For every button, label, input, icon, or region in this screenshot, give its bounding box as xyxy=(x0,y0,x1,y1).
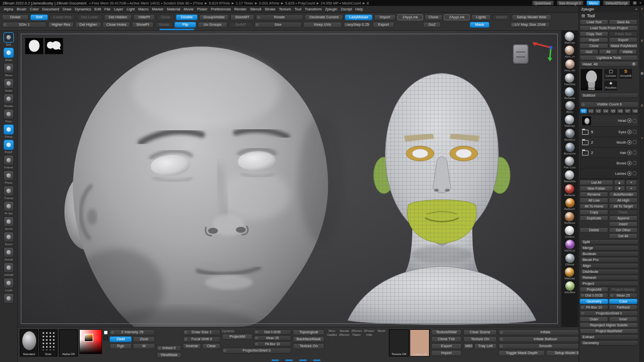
shelf-button[interactable]: Lights xyxy=(471,14,491,20)
shelf-button[interactable]: Clone xyxy=(425,14,442,20)
subtool-row[interactable]: 5 Eyes xyxy=(581,127,638,137)
shelf-button[interactable]: Decimate Current xyxy=(305,14,343,20)
subtool-button[interactable]: Del Other xyxy=(609,227,638,233)
zoom-button[interactable]: Zoom xyxy=(1,232,17,246)
subpalette-header[interactable]: Distribute xyxy=(580,269,639,274)
timeline-tick[interactable] xyxy=(285,360,293,361)
subtool-button[interactable]: Rename xyxy=(580,192,608,197)
menu-item[interactable]: Tool xyxy=(293,6,303,13)
local-symmetry-button[interactable]: Local xyxy=(1,278,17,292)
close-icon[interactable]: × xyxy=(639,0,642,5)
tool-thumbnail[interactable]: ★ PolyMes xyxy=(604,80,618,91)
geometry-header[interactable]: Geometry xyxy=(580,340,639,346)
subtool-button[interactable]: New Folder xyxy=(580,186,613,191)
scroll-button[interactable]: Scroll xyxy=(1,216,17,231)
subtool-row[interactable]: Lashes xyxy=(581,168,638,179)
tray-left-button[interactable]: Tray Left xyxy=(474,343,497,349)
reference-thumbnail[interactable] xyxy=(25,38,44,54)
paint-mode-toggle[interactable]: Zsub xyxy=(133,336,155,342)
tool-palette-button[interactable]: Export xyxy=(609,37,638,43)
projection-option-button[interactable]: Texture On xyxy=(293,343,324,349)
aa-half-button[interactable]: AAHalf xyxy=(1,262,17,277)
menu-item[interactable]: Edit xyxy=(93,6,103,13)
material-item[interactable]: ZMetal xyxy=(565,254,575,266)
menu-item[interactable]: Color xyxy=(28,6,41,13)
tool-palette-button[interactable]: GoZ xyxy=(580,49,598,54)
default-zscript-button[interactable]: DefaultZScript xyxy=(603,0,630,5)
subtool-gear-icon[interactable] xyxy=(633,119,637,123)
texture-thumbnail[interactable]: Colour_IN xyxy=(410,329,429,357)
shelf-button[interactable]: Export xyxy=(373,22,394,28)
menu-item[interactable]: Marker xyxy=(150,6,165,13)
subtool-button[interactable]: + xyxy=(626,186,637,191)
material-item[interactable]: zbro_m xyxy=(565,46,575,58)
menu-item[interactable]: Draw xyxy=(61,6,73,13)
deformation-slider[interactable]: Inflate xyxy=(498,329,579,335)
visibility-eye-icon[interactable] xyxy=(627,161,632,165)
shelf-button[interactable]: Keep UVs xyxy=(303,22,342,28)
texture-button[interactable]: Export xyxy=(431,343,462,349)
shelf-button[interactable]: StoreMT xyxy=(230,14,254,20)
draw-slider[interactable]: Focal Shift 0 xyxy=(183,336,220,342)
menu-item[interactable]: Dynamics xyxy=(73,6,93,13)
axis-gizmo[interactable] xyxy=(531,42,554,61)
mask-edit-button[interactable]: Clear xyxy=(202,343,220,349)
menu-item[interactable]: Macro xyxy=(136,6,150,13)
menu-item[interactable]: Alpha xyxy=(2,6,15,13)
shelf-button[interactable]: Size xyxy=(254,22,302,28)
scene-button[interactable]: Clear Scene xyxy=(463,329,497,335)
subtool-button[interactable]: ▲ xyxy=(614,180,625,185)
shelf-button[interactable]: HidePt xyxy=(133,14,155,20)
material-item[interactable]: Flat Colo xyxy=(564,156,576,169)
edit-tool-button[interactable]: Edit xyxy=(1,32,17,47)
tool-palette-button[interactable]: Lightbox►Tools xyxy=(580,55,638,60)
menu-item[interactable]: Render xyxy=(233,6,249,13)
subtool-button[interactable]: Append xyxy=(609,215,638,221)
material-item[interactable]: BasicMa xyxy=(564,170,575,183)
tool-palette-button[interactable]: Make PolyMesh3D xyxy=(609,43,638,49)
projection-value-slider[interactable]: PA Blur 10 xyxy=(254,341,291,347)
shelf-button[interactable]: Grow xyxy=(157,14,174,20)
texture-button[interactable]: TextureRAW xyxy=(431,329,462,335)
see-through-slider[interactable]: See-through 0 xyxy=(557,0,584,5)
settings-button[interactable] xyxy=(1,293,17,308)
visible-count-slider[interactable]: Visible Count 6 xyxy=(580,102,639,107)
subtool-button[interactable]: + xyxy=(626,180,637,185)
shelf-button[interactable]: Switch xyxy=(492,14,510,20)
material-item[interactable]: MatCap xyxy=(564,32,575,45)
subtool-view-tab[interactable]: V2 xyxy=(588,108,594,113)
visibility-eye-icon[interactable] xyxy=(627,140,632,145)
brush-preset[interactable]: ZProject xyxy=(363,329,375,333)
shelf-button[interactable]: Setup Model Wire xyxy=(512,14,551,20)
brush-preset[interactable]: Flatten xyxy=(351,333,363,337)
deformation-slider[interactable]: Smooth xyxy=(498,343,579,349)
shelf-button[interactable]: ShowPt xyxy=(132,22,154,28)
menu-item[interactable]: Stroke xyxy=(263,6,277,13)
material-item[interactable]: FastSha xyxy=(564,73,575,86)
projection-option-button[interactable]: Topological xyxy=(293,329,324,335)
shelf-button[interactable]: Lower Res xyxy=(50,14,75,20)
restore-icon[interactable]: R xyxy=(641,104,644,107)
frame-button[interactable]: Frame xyxy=(1,155,17,169)
project-button[interactable]: Reproject Higher Subdiv xyxy=(580,322,638,328)
color-swatch[interactable] xyxy=(104,336,108,340)
project-button[interactable]: Project History xyxy=(609,287,638,292)
project-button[interactable]: Color xyxy=(609,299,638,304)
shelf-button[interactable]: Uv Groups xyxy=(198,22,227,28)
material-item[interactable]: Outline xyxy=(565,226,574,239)
subtool-row[interactable]: Head xyxy=(581,115,638,127)
subpalette-header[interactable]: Boolean xyxy=(580,251,639,257)
layout-grid-icon[interactable]: ▦ xyxy=(641,71,644,75)
visibility-eye-icon[interactable] xyxy=(627,171,632,176)
subtool-button[interactable]: Paste xyxy=(609,209,638,215)
color-picker-inner[interactable] xyxy=(84,334,93,342)
brush-thumbnail[interactable]: Standard xyxy=(20,329,38,357)
menu-item[interactable]: Light xyxy=(125,6,136,13)
visibility-eye-icon[interactable] xyxy=(627,118,632,123)
texture-thumbnail[interactable]: Texture Off xyxy=(389,329,409,357)
brush-thumbnail[interactable]: Dots xyxy=(39,329,57,357)
menu-item[interactable]: Picker xyxy=(195,6,209,13)
material-item[interactable]: Blinn xyxy=(565,101,575,114)
material-item[interactable]: MetalCo xyxy=(564,129,575,142)
subtool-button[interactable]: List All xyxy=(580,180,613,185)
